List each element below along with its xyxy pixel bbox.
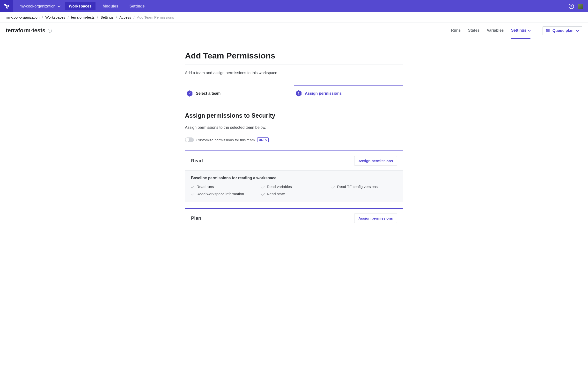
tab-states[interactable]: States <box>468 23 480 39</box>
top-nav: my-cool-organization Workspaces Modules … <box>0 0 588 12</box>
info-icon[interactable]: i <box>48 29 52 33</box>
queue-plan-button[interactable]: Queue plan <box>543 26 582 35</box>
step-assign-permissions[interactable]: 2 Assign permissions <box>294 85 403 102</box>
step-badge: 2 <box>296 90 301 97</box>
breadcrumb: my-cool-organization/ Workspaces/ terraf… <box>0 12 588 22</box>
crumb-4[interactable]: Access <box>119 15 131 19</box>
step-badge: ✓ <box>187 90 192 97</box>
help-icon[interactable]: ? <box>569 4 574 9</box>
perm-item: Read variables <box>261 185 327 189</box>
check-icon <box>191 192 194 195</box>
terraform-logo[interactable] <box>0 0 13 12</box>
card-title: Read <box>191 158 203 164</box>
nav-settings[interactable]: Settings <box>126 2 148 10</box>
page-description: Add a team and assign permissions to thi… <box>185 71 403 75</box>
customize-toggle-row: Customize permissions for this team BETA <box>185 137 403 142</box>
check-icon <box>191 185 194 188</box>
step-label: Assign permissions <box>305 91 342 96</box>
step-label: Select a team <box>196 91 220 96</box>
chevron-down-icon <box>576 28 579 33</box>
crumb-1[interactable]: Workspaces <box>45 15 65 19</box>
check-icon <box>332 185 335 188</box>
tab-settings[interactable]: Settings <box>511 23 530 39</box>
crumb-3[interactable]: Settings <box>101 15 114 19</box>
perm-item: Read runs <box>191 185 256 189</box>
tab-variables[interactable]: Variables <box>487 23 504 39</box>
nav-modules[interactable]: Modules <box>99 2 122 10</box>
crumb-0[interactable]: my-cool-organization <box>6 15 40 19</box>
check-icon <box>261 192 265 195</box>
crumb-2[interactable]: terraform-tests <box>71 15 95 19</box>
org-name: my-cool-organization <box>20 4 56 8</box>
section-title: Assign permissions to Security <box>185 112 403 119</box>
page-title: Add Team Permissions <box>185 51 403 64</box>
chevron-down-icon <box>528 28 530 33</box>
permission-card-read: Read Assign permissions Baseline permiss… <box>185 151 403 202</box>
perm-item: Read TF config versions <box>332 185 397 189</box>
org-selector[interactable]: my-cool-organization <box>13 4 65 8</box>
main-content: Add Team Permissions Add a team and assi… <box>185 39 403 244</box>
assign-permissions-button[interactable]: Assign permissions <box>354 213 397 223</box>
perm-item: Read workspace information <box>191 192 256 196</box>
step-select-team[interactable]: ✓ Select a team <box>185 85 294 102</box>
toggle-label: Customize permissions for this team <box>196 138 255 142</box>
customize-toggle[interactable] <box>185 137 194 142</box>
chevron-down-icon <box>58 4 60 8</box>
crumb-current: Add Team Permissions <box>137 15 174 19</box>
workspace-header: terraform-tests i Runs States Variables … <box>0 22 588 39</box>
card-title: Plan <box>191 215 201 221</box>
check-icon <box>261 185 265 188</box>
tab-runs[interactable]: Runs <box>451 23 461 39</box>
section-description: Assign permissions to the selected team … <box>185 125 403 130</box>
baseline-label: Baseline permissions for reading a works… <box>191 176 397 180</box>
permission-card-plan: Plan Assign permissions <box>185 208 403 228</box>
stepper: ✓ Select a team 2 Assign permissions <box>185 85 403 102</box>
beta-badge: BETA <box>257 137 269 142</box>
assign-permissions-button[interactable]: Assign permissions <box>354 156 397 165</box>
nav-workspaces[interactable]: Workspaces <box>65 2 96 10</box>
perm-item: Read state <box>261 192 327 196</box>
workspace-title: terraform-tests i <box>6 27 52 34</box>
avatar[interactable] <box>578 4 583 9</box>
permission-list: Read runs Read variables Read TF config … <box>191 185 397 196</box>
queue-icon <box>546 28 549 33</box>
